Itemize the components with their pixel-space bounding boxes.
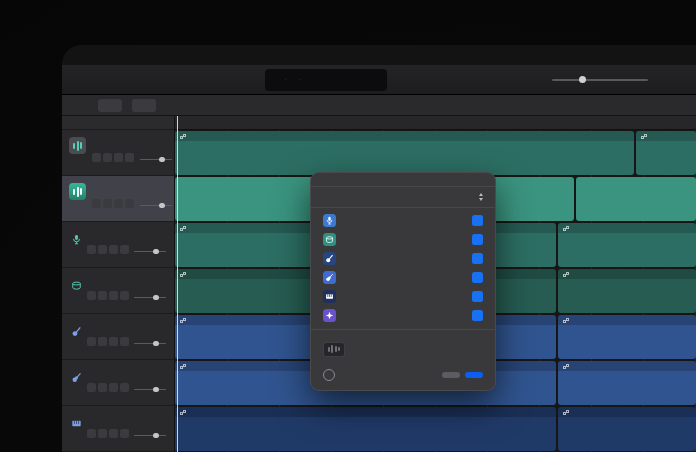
record-enable-button[interactable] (114, 199, 123, 208)
mute-button[interactable] (87, 383, 96, 392)
submix-row (311, 338, 495, 363)
input-monitor-button[interactable] (125, 199, 134, 208)
piano-icon (71, 415, 82, 426)
arrange-toolbar (62, 95, 696, 116)
record-enable-button[interactable] (114, 153, 123, 162)
lcd-display[interactable] (265, 69, 387, 91)
loop-badge-icon (563, 272, 569, 277)
logic-pro-window (62, 45, 696, 452)
track-buttons (92, 199, 134, 208)
cancel-button[interactable] (442, 372, 460, 378)
track-header-guitar[interactable] (62, 360, 174, 406)
input-monitor-button[interactable] (120, 383, 129, 392)
stack-region[interactable] (576, 177, 696, 221)
track-volume-slider[interactable] (134, 386, 166, 392)
stem-row-bass[interactable] (323, 249, 483, 268)
stem-checkbox[interactable] (472, 310, 483, 321)
record-enable-button[interactable] (109, 291, 118, 300)
audio-region[interactable] (558, 269, 696, 313)
audio-region[interactable] (558, 361, 696, 405)
track-header-new-stems[interactable] (62, 176, 174, 222)
stem-checkbox[interactable] (472, 234, 483, 245)
input-monitor-button[interactable] (120, 245, 129, 254)
secondary-tool-select[interactable] (132, 99, 156, 112)
loop-badge-icon (180, 410, 186, 415)
input-monitor-button[interactable] (125, 153, 134, 162)
stem-checkbox[interactable] (472, 291, 483, 302)
solo-button[interactable] (103, 153, 112, 162)
track-volume-slider[interactable] (140, 156, 172, 162)
lane-piano (175, 407, 696, 451)
volume-knob[interactable] (579, 76, 586, 83)
track-volume-slider[interactable] (134, 432, 166, 438)
solo-button[interactable] (98, 291, 107, 300)
stem-row-vocals[interactable] (323, 211, 483, 230)
audio-region[interactable] (175, 131, 634, 175)
record-enable-button[interactable] (109, 337, 118, 346)
mute-button[interactable] (87, 337, 96, 346)
mute-button[interactable] (92, 199, 101, 208)
track-volume-slider[interactable] (140, 202, 172, 208)
record-enable-button[interactable] (109, 245, 118, 254)
track-header-vocals[interactable] (62, 222, 174, 268)
input-monitor-button[interactable] (120, 429, 129, 438)
lcd-tempo-block[interactable] (285, 79, 293, 80)
master-volume-slider[interactable] (552, 75, 648, 85)
track-volume-slider[interactable] (134, 340, 166, 346)
record-enable-button[interactable] (109, 383, 118, 392)
record-enable-button[interactable] (109, 429, 118, 438)
piano-icon (323, 290, 336, 303)
solo-button[interactable] (103, 199, 112, 208)
waveform (560, 280, 694, 311)
submix-waveform-icon (323, 342, 345, 357)
input-monitor-button[interactable] (120, 337, 129, 346)
stem-row-guitar[interactable] (323, 268, 483, 287)
help-button[interactable] (323, 369, 335, 381)
audio-region[interactable] (175, 407, 556, 451)
lane-original-audio (175, 131, 696, 175)
solo-button[interactable] (98, 383, 107, 392)
track-header-piano[interactable] (62, 406, 174, 452)
audio-region[interactable] (558, 407, 696, 451)
preset-dropdown[interactable] (475, 193, 483, 201)
mute-button[interactable] (87, 291, 96, 300)
sparkle-icon (323, 309, 336, 322)
solo-button[interactable] (98, 429, 107, 438)
loop-badge-icon (180, 318, 186, 323)
input-monitor-button[interactable] (120, 291, 129, 300)
waveform (560, 234, 694, 265)
stem-row-drums[interactable] (323, 230, 483, 249)
track-volume-slider[interactable] (134, 294, 166, 300)
audio-region[interactable] (558, 223, 696, 267)
volume-track (552, 79, 648, 81)
stack-track-icon (69, 183, 86, 200)
solo-button[interactable] (98, 337, 107, 346)
bass-icon (323, 252, 336, 265)
waveform (560, 418, 694, 449)
stem-checkbox[interactable] (472, 215, 483, 226)
track-header-drums[interactable] (62, 268, 174, 314)
loop-badge-icon (180, 364, 186, 369)
dialog-title (311, 173, 495, 187)
track-header-original-audio[interactable] (62, 130, 174, 176)
lcd-signature-block[interactable] (300, 79, 308, 80)
stem-checkbox[interactable] (472, 253, 483, 264)
pointer-tool-select[interactable] (98, 99, 122, 112)
mute-button[interactable] (92, 153, 101, 162)
playhead[interactable] (177, 116, 178, 452)
mute-button[interactable] (87, 429, 96, 438)
audio-region[interactable] (558, 315, 696, 359)
guitar-icon (323, 271, 336, 284)
bar-ruler[interactable] (175, 116, 696, 130)
updown-chevron-icon (479, 193, 483, 201)
stem-checkbox[interactable] (472, 272, 483, 283)
mute-button[interactable] (87, 245, 96, 254)
stem-row-other[interactable] (323, 306, 483, 325)
track-header-bass[interactable] (62, 314, 174, 360)
track-volume-slider[interactable] (134, 248, 166, 254)
apply-button[interactable] (465, 372, 483, 378)
audio-region[interactable] (636, 131, 696, 175)
solo-button[interactable] (98, 245, 107, 254)
stem-row-piano[interactable] (323, 287, 483, 306)
waveform (560, 326, 694, 357)
